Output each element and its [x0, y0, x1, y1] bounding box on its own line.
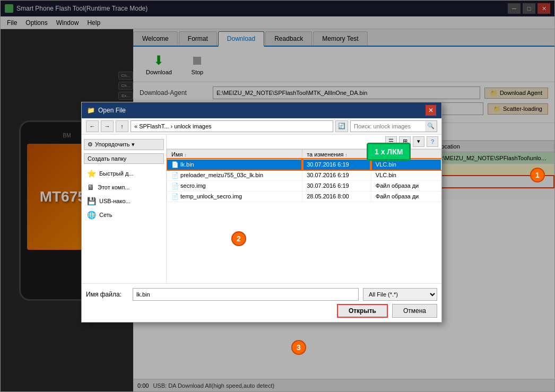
file-icon: 📄: [171, 182, 179, 189]
sidebar-quick-access[interactable]: ⭐ Быстрый д...: [84, 167, 164, 180]
dialog-sidebar: ⚙ Упорядочить ▾ Создать папку ⭐ Быстрый …: [82, 135, 167, 283]
dialog-close-button[interactable]: ✕: [426, 105, 436, 116]
up-button[interactable]: ↑: [116, 120, 128, 132]
filetype-select[interactable]: All File (*.*): [363, 288, 437, 301]
star-icon: ⭐: [87, 169, 96, 178]
file-list: Имя та изменения Тип 📄 lk.bin: [167, 149, 441, 283]
pc-icon: 🖥: [87, 183, 94, 191]
usb-icon: 💾: [87, 197, 96, 205]
list-item[interactable]: 📄 temp_unlock_secro.img 28.05.2016 8:00 …: [167, 191, 441, 202]
file3-name: 📄 secro.img: [167, 180, 302, 191]
sidebar-this-pc[interactable]: 🖥 Этот комп...: [84, 181, 164, 194]
sidebar-quick-label: Быстрый д...: [99, 170, 133, 177]
dialog-bottom: Имя файла: All File (*.*) Открыть Отмена: [82, 283, 441, 322]
open-file-dialog: 📁 Open File ✕ ← → ↑ « SPFlashT... › unlo…: [81, 102, 442, 323]
cancel-button[interactable]: Отмена: [392, 304, 437, 318]
sort-label: Упорядочить ▾: [95, 141, 135, 148]
sidebar-network[interactable]: 🌐 Сеть: [84, 208, 164, 221]
bubble-1: 1: [530, 168, 545, 182]
main-window: Smart Phone Flash Tool(Runtime Trace Mod…: [0, 0, 555, 392]
bubble-3: 3: [291, 340, 306, 355]
file2-date: 30.07.2016 6:19: [302, 170, 371, 180]
dialog-toolbar: ← → ↑ « SPFlashT... › unlock images 🔄 🔍: [82, 118, 441, 135]
col-name-header[interactable]: Имя: [167, 149, 302, 159]
file1-name: 📄 lk.bin: [167, 159, 302, 170]
sidebar-usb[interactable]: 💾 USB-нако...: [84, 195, 164, 207]
file1-type: VLC.bin: [371, 159, 441, 170]
back-button[interactable]: ←: [86, 120, 99, 132]
bubble-2: 2: [231, 231, 246, 246]
file2-name: 📄 preloader_meizu755_03c_lk.bin: [167, 170, 302, 180]
breadcrumb-path[interactable]: « SPFlashT... › unlock images: [131, 120, 333, 132]
forward-button[interactable]: →: [101, 120, 114, 132]
sidebar-network-label: Сеть: [99, 212, 112, 218]
filename-label: Имя файла:: [86, 291, 128, 298]
refresh-button[interactable]: 🔄: [335, 120, 348, 132]
view-dropdown-button[interactable]: ▾: [413, 136, 424, 147]
sort-button[interactable]: ⚙ Упорядочить ▾: [84, 139, 164, 150]
search-input[interactable]: [351, 122, 425, 130]
file3-type: Файл образа ди: [371, 180, 441, 191]
list-item[interactable]: 📄 secro.img 30.07.2016 6:19 Файл образа …: [167, 180, 441, 191]
callout-text: 1 x ЛКМ: [375, 147, 403, 156]
dialog-action-row: Открыть Отмена: [86, 304, 437, 318]
file-icon: 📄: [171, 161, 179, 168]
filename-row: Имя файла: All File (*.*): [86, 288, 437, 301]
dialog-title-bar: 📁 Open File ✕: [82, 102, 441, 118]
dialog-overlay: 📁 Open File ✕ ← → ↑ « SPFlashT... › unlo…: [1, 1, 554, 391]
file-icon: 📄: [171, 193, 179, 199]
create-folder-button[interactable]: Создать папку: [84, 153, 164, 164]
callout-box: 1 x ЛКМ: [367, 143, 411, 161]
filename-input[interactable]: [133, 288, 359, 301]
search-button[interactable]: 🔍: [425, 121, 437, 132]
file-icon: 📄: [171, 172, 179, 178]
sidebar-usb-label: USB-нако...: [99, 198, 131, 204]
dialog-icon: 📁: [87, 107, 95, 114]
sort-icon: ⚙: [88, 141, 93, 148]
sidebar-pc-label: Этот комп...: [98, 184, 130, 190]
file4-name: 📄 temp_unlock_secro.img: [167, 191, 302, 202]
network-icon: 🌐: [87, 211, 96, 219]
list-item[interactable]: 📄 preloader_meizu755_03c_lk.bin 30.07.20…: [167, 170, 441, 180]
dialog-title: Open File: [98, 107, 126, 114]
breadcrumb-text: « SPFlashT... › unlock images: [134, 123, 212, 129]
file2-type: VLC.bin: [371, 170, 441, 180]
col-date-header[interactable]: та изменения: [302, 149, 371, 159]
help-button[interactable]: ?: [427, 136, 438, 147]
list-item[interactable]: 📄 lk.bin 30.07.2016 6:19 VLC.bin: [167, 159, 441, 170]
file1-date: 30.07.2016 6:19: [302, 159, 371, 170]
file4-date: 28.05.2016 8:00: [302, 191, 371, 202]
create-folder-label: Создать папку: [88, 155, 126, 162]
file3-date: 30.07.2016 6:19: [302, 180, 371, 191]
search-box: 🔍: [350, 120, 437, 132]
file4-type: Файл образа ди: [371, 191, 441, 202]
open-button[interactable]: Открыть: [337, 304, 388, 318]
